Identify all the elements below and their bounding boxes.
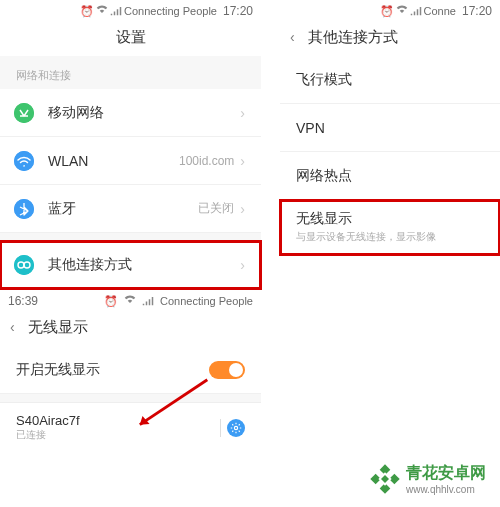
chevron-right-icon: › [240,105,245,121]
row-label: 飞行模式 [296,71,484,89]
row-label: 网络热点 [296,167,484,185]
row-vpn[interactable]: VPN [280,104,500,152]
watermark-title: 青花安卓网 [406,463,486,484]
row-hotspot[interactable]: 网络热点 [280,152,500,200]
row-cast-device[interactable]: S40Airac7f 已连接 [0,402,261,452]
wifi-icon [396,4,408,18]
svg-point-0 [14,103,34,123]
mobile-network-icon [14,103,34,123]
carrier-label: Connecting People [160,295,253,307]
row-label: 无线显示 [296,210,484,228]
row-label: 移动网络 [48,104,240,122]
page-title-other-connections: ‹ 其他连接方式 [280,20,500,56]
status-bar-left: ⏰ Connecting People 17:20 [0,0,261,20]
signal-icon [142,294,154,308]
row-label: 其他连接方式 [48,256,240,274]
back-button[interactable]: ‹ [10,319,15,335]
row-wlan[interactable]: WLAN 100id.com › [0,137,261,185]
row-value: 100id.com [179,154,234,168]
gear-icon[interactable] [227,419,245,437]
back-button[interactable]: ‹ [290,29,295,45]
other-connections-icon [14,255,34,275]
chevron-right-icon: › [240,201,245,217]
wifi-icon [96,4,108,18]
row-label: WLAN [48,153,179,169]
signal-icon [110,4,122,18]
alarm-icon: ⏰ [80,5,94,18]
carrier-label: Conne [424,5,456,17]
row-label: 蓝牙 [48,200,198,218]
watermark-icon [370,464,400,494]
row-other-connections[interactable]: 其他连接方式 › [0,241,261,289]
status-time: 16:39 [8,294,38,308]
signal-icon [410,4,422,18]
divider [220,419,221,437]
row-value: 已关闭 [198,200,234,217]
chevron-right-icon: › [240,257,245,273]
title-text: 无线显示 [28,318,88,335]
status-bar-p3: 16:39 ⏰ Connecting People [0,290,261,310]
status-time: 17:20 [462,4,492,18]
row-subtitle: 与显示设备无线连接，显示影像 [296,230,484,244]
status-time: 17:20 [223,4,253,18]
row-wireless-display[interactable]: 无线显示 与显示设备无线连接，显示影像 [280,200,500,255]
bluetooth-icon [14,199,34,219]
toggle-switch[interactable] [209,361,245,379]
section-header-network: 网络和连接 [0,56,261,89]
device-status: 已连接 [16,428,220,442]
wifi-icon [124,294,136,308]
page-title-wireless-display: ‹ 无线显示 [0,310,261,346]
row-label: VPN [296,120,484,136]
chevron-right-icon: › [240,153,245,169]
wlan-icon [14,151,34,171]
page-title-settings: 设置 [0,20,261,56]
row-airplane-mode[interactable]: 飞行模式 [280,56,500,104]
alarm-icon: ⏰ [380,5,394,18]
title-text: 其他连接方式 [308,28,398,45]
alarm-icon: ⏰ [104,295,118,308]
svg-point-6 [234,426,237,429]
row-mobile-network[interactable]: 移动网络 › [0,89,261,137]
watermark-url: www.qhhlv.com [406,484,486,495]
status-bar-right: ⏰ Conne 17:20 [280,0,500,20]
watermark: 青花安卓网 www.qhhlv.com [370,463,486,495]
carrier-label: Connecting People [124,5,217,17]
row-bluetooth[interactable]: 蓝牙 已关闭 › [0,185,261,233]
